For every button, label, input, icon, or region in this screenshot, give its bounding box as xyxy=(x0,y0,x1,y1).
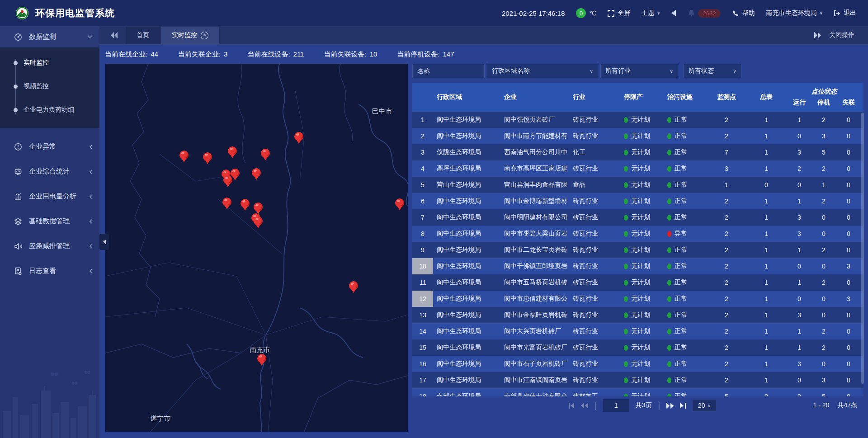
cell-region: 阆中生态环境局 xyxy=(433,344,501,352)
cell-monitor: 2 xyxy=(707,132,746,140)
sidebar-item-enterprise-statistics[interactable]: 企业综合统计 xyxy=(0,159,99,184)
first-page-button[interactable] xyxy=(568,403,575,409)
sidebar-item-realtime-monitoring[interactable]: 实时监控 xyxy=(0,51,99,75)
cell-industry: 砖瓦行业 xyxy=(570,230,624,238)
page-size-select[interactable]: 20∨ xyxy=(693,400,716,411)
cell-company: 阆中市金福旺页岩机砖 xyxy=(501,311,570,319)
table-row[interactable]: 12 阆中生态环境局 阆中市忠信建材有限公 砖瓦行业 无计划 正常 2 1 0 … xyxy=(412,291,863,307)
table-row[interactable]: 17 阆中生态环境局 阆中市江南镇阆南页岩 砖瓦行业 无计划 正常 2 1 0 … xyxy=(412,372,863,388)
table-row[interactable]: 1 阆中生态环境局 阆中强锐页岩砖厂 砖瓦行业 无计划 正常 2 1 1 2 0 xyxy=(412,112,863,128)
last-page-button[interactable] xyxy=(680,403,686,409)
sidebar-item-data-monitoring[interactable]: 数据监测 xyxy=(0,26,99,47)
table-row[interactable]: 9 阆中生态环境局 阆中市二龙长宝页岩砖 砖瓦行业 无计划 正常 2 1 1 2… xyxy=(412,242,863,258)
table-row[interactable]: 11 阆中生态环境局 阆中市五马桥页岩机砖 砖瓦行业 无计划 正常 2 1 1 … xyxy=(412,274,863,291)
region-select[interactable]: 行政区域名称∨ xyxy=(487,64,598,78)
sidebar-item-power-load-detail[interactable]: 企业电力负荷明细 xyxy=(0,98,99,122)
sidebar-item-emergency-reduction[interactable]: 应急减排管理 xyxy=(0,234,99,259)
table-row[interactable]: 5 营山生态环境局 营山县润丰肉食品有限 食品 无计划 正常 1 0 0 1 0 xyxy=(412,177,863,193)
cell-company: 阆中明阳建材有限公司 xyxy=(501,213,570,221)
sidebar-item-base-data[interactable]: 基础数据管理 xyxy=(0,209,99,234)
cell-total: 1 xyxy=(746,198,787,205)
table-body: 1 阆中生态环境局 阆中强锐页岩砖厂 砖瓦行业 无计划 正常 2 1 1 2 0 xyxy=(412,112,863,396)
cell-facility: 正常 xyxy=(667,148,707,156)
cell-limit: 无计划 xyxy=(624,327,667,335)
alert-icon xyxy=(14,143,23,151)
top-header: 环保用电监管系统 2021-02-25 17:46:18 0 ℃ 全屏 主题▾ … xyxy=(0,0,868,26)
cell-limit: 无计划 xyxy=(624,197,667,205)
notification-count-badge: 2632 xyxy=(698,9,721,18)
cell-run: 1 xyxy=(787,116,812,123)
next-page-button[interactable] xyxy=(666,403,674,409)
status-select[interactable]: 所有状态∨ xyxy=(684,64,741,78)
table-row[interactable]: 15 阆中生态环境局 阆中市光富页岩机砖厂 砖瓦行业 无计划 正常 2 1 1 … xyxy=(412,339,863,356)
fullscreen-button[interactable]: 全屏 xyxy=(608,9,630,17)
cell-lost: 0 xyxy=(835,165,862,172)
table-row[interactable]: 7 阆中生态环境局 阆中明阳建材有限公司 砖瓦行业 无计划 正常 2 1 3 0… xyxy=(412,209,863,226)
table-row[interactable]: 10 阆中生态环境局 阆中千佛镇五郎垭页岩 砖瓦行业 无计划 正常 2 1 0 … xyxy=(412,258,863,274)
cell-industry: 砖瓦行业 xyxy=(570,213,624,221)
sidebar-item-log-view[interactable]: 日志查看 xyxy=(0,259,99,283)
tab-close-icon[interactable]: ✕ xyxy=(201,32,208,39)
cell-industry: 砖瓦行业 xyxy=(570,246,624,254)
sidebar-item-enterprise-abnormal[interactable]: 企业异常 xyxy=(0,134,99,159)
tab-home[interactable]: 首页 xyxy=(126,27,160,44)
table-row[interactable]: 18 南部生态环境局 南部县砌伟士沙有限公 建材加工 无计划 正常 5 0 0 … xyxy=(412,388,863,396)
cell-lost: 0 xyxy=(835,279,862,286)
chevron-left-icon xyxy=(89,170,92,174)
tab-realtime-monitoring[interactable]: 实时监控 ✕ xyxy=(161,27,219,44)
cell-industry: 砖瓦行业 xyxy=(570,197,624,205)
cell-industry: 砖瓦行业 xyxy=(570,344,624,352)
cell-region: 阆中生态环境局 xyxy=(433,278,501,287)
sidebar-item-video-monitoring[interactable]: 视频监控 xyxy=(0,75,99,98)
table-scrollbar[interactable] xyxy=(861,113,864,384)
table-row[interactable]: 16 阆中生态环境局 阆中市石子页岩机砖厂 砖瓦行业 无计划 正常 2 1 3 … xyxy=(412,356,863,372)
status-dot-icon xyxy=(667,312,671,318)
prev-page-button[interactable] xyxy=(581,403,588,409)
cell-total: 1 xyxy=(746,214,787,221)
map-panel[interactable]: 巴中市南充市遂宁市 xyxy=(105,64,408,432)
sidebar: 数据监测 实时监控 视频监控 企业电力负荷明细 企业异常 企业综合统计 xyxy=(0,26,99,438)
table-row[interactable]: 6 阆中生态环境局 阆中市金博瑞新型墙材 砖瓦行业 无计划 正常 2 1 1 2… xyxy=(412,193,863,209)
table-row[interactable]: 14 阆中生态环境局 阆中大兴页岩机砖厂 砖瓦行业 无计划 正常 2 1 1 2… xyxy=(412,323,863,339)
col-total: 总表 xyxy=(746,83,787,112)
cell-monitor: 2 xyxy=(707,360,746,367)
chevron-left-icon xyxy=(100,239,106,245)
cell-run: 0 xyxy=(787,181,812,188)
cell-region: 阆中生态环境局 xyxy=(433,116,501,124)
double-chevron-right-icon[interactable] xyxy=(814,32,821,38)
cell-run: 3 xyxy=(787,214,812,221)
industry-select[interactable]: 所有行业∨ xyxy=(600,64,678,78)
help-button[interactable]: 帮助 xyxy=(732,9,755,17)
cell-company: 阆中市二龙长宝页岩砖 xyxy=(501,246,570,254)
table-row[interactable]: 3 仪陇生态环境局 西南油气田分公司川中 化工 无计划 正常 7 1 3 5 0 xyxy=(412,144,863,160)
cell-stop: 2 xyxy=(812,116,835,123)
table-row[interactable]: 8 阆中生态环境局 阆中市枣碧大梁山页岩 砖瓦行业 无计划 异常 2 1 3 0… xyxy=(412,226,863,242)
cell-total: 1 xyxy=(746,246,787,254)
table-row[interactable]: 2 阆中生态环境局 阆中市南方节能建材有 砖瓦行业 无计划 正常 2 1 0 3… xyxy=(412,128,863,144)
tab-scroll-left-button[interactable] xyxy=(108,32,121,38)
table-row[interactable]: 4 高坪生态环境局 南充市高坪区王家店建 砖瓦行业 无计划 正常 3 1 2 2… xyxy=(412,160,863,177)
cell-run: 3 xyxy=(787,149,812,156)
sidebar-collapse-handle[interactable] xyxy=(99,234,109,250)
cell-total: 1 xyxy=(746,230,787,237)
sidebar-item-electricity-analysis[interactable]: 企业用电量分析 xyxy=(0,184,99,209)
mute-button[interactable] xyxy=(671,10,677,16)
logout-button[interactable]: 退出 xyxy=(834,9,856,17)
theme-dropdown[interactable]: 主题▾ xyxy=(642,9,660,17)
status-dot-icon xyxy=(624,377,628,383)
chevron-down-icon: ∨ xyxy=(670,68,673,74)
table-row[interactable]: 13 阆中生态环境局 阆中市金福旺页岩机砖 砖瓦行业 无计划 正常 2 1 3 … xyxy=(412,307,863,323)
pagination-controls: | 共3页 | 20∨ xyxy=(568,399,716,412)
org-dropdown[interactable]: 南充市生态环境局▾ xyxy=(766,9,822,17)
name-search-input[interactable] xyxy=(412,64,485,78)
cell-region: 阆中生态环境局 xyxy=(433,213,501,221)
close-operations-button[interactable]: 关闭操作 xyxy=(829,31,854,39)
page-number-input[interactable] xyxy=(603,399,629,412)
cell-region: 阆中生态环境局 xyxy=(433,230,501,238)
notifications[interactable]: 2632 xyxy=(688,9,721,18)
pagination-bar: | 共3页 | 20∨ 1 - 20 共47条 xyxy=(412,396,863,414)
cell-stop: 0 xyxy=(812,214,835,221)
cell-monitor: 2 xyxy=(707,328,746,335)
cell-company: 阆中市南方节能建材有 xyxy=(501,132,570,140)
cell-limit: 无计划 xyxy=(624,230,667,238)
